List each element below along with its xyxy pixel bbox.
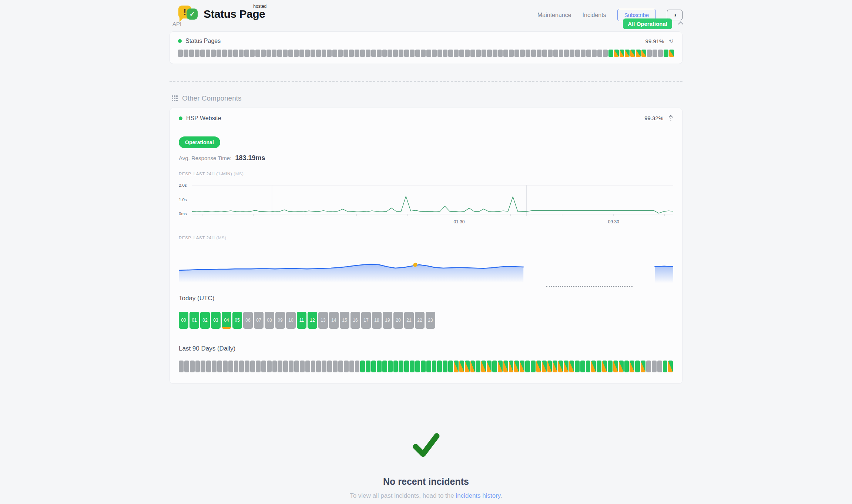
- uptime-bar-no-data[interactable]: [646, 361, 651, 372]
- uptime-bar-operational[interactable]: [432, 361, 437, 372]
- uptime-bar-no-data[interactable]: [255, 50, 260, 57]
- uptime-bar-no-data[interactable]: [355, 50, 359, 57]
- hour-block-12[interactable]: 12: [308, 312, 317, 329]
- hour-block-13[interactable]: 13: [318, 312, 328, 329]
- hour-block-16[interactable]: 16: [350, 312, 360, 329]
- uptime-bar-no-data[interactable]: [184, 361, 189, 372]
- uptime-bar-operational-with-degraded[interactable]: [630, 50, 635, 57]
- uptime-bar-no-data[interactable]: [470, 50, 475, 57]
- uptime-bar-operational-with-degraded[interactable]: [498, 361, 503, 372]
- uptime-bar-operational[interactable]: [360, 361, 365, 372]
- uptime-bar-no-data[interactable]: [658, 50, 663, 57]
- uptime-bar-no-data[interactable]: [564, 50, 569, 57]
- uptime-bar-no-data[interactable]: [647, 50, 652, 57]
- uptime-bar-no-data[interactable]: [509, 50, 514, 57]
- uptime-bar-operational-with-degraded[interactable]: [614, 50, 619, 57]
- uptime-bar-no-data[interactable]: [234, 361, 239, 372]
- uptime-bar-no-data[interactable]: [299, 50, 304, 57]
- chevron-up-icon[interactable]: [678, 21, 683, 26]
- uptime-bar-operational[interactable]: [575, 361, 580, 372]
- uptime-bar-operational-with-degraded[interactable]: [669, 50, 674, 57]
- uptime-bar-operational-with-degraded[interactable]: [619, 361, 624, 372]
- uptime-bar-no-data[interactable]: [399, 50, 403, 57]
- uptime-bar-no-data[interactable]: [311, 50, 315, 57]
- uptime-bar-operational-with-degraded[interactable]: [668, 361, 673, 372]
- uptime-bar-no-data[interactable]: [570, 50, 574, 57]
- uptime-bar-no-data[interactable]: [581, 50, 586, 57]
- uptime-bar-no-data[interactable]: [377, 50, 382, 57]
- uptime-bar-no-data[interactable]: [652, 361, 657, 372]
- uptime-bar-operational-with-degraded[interactable]: [481, 361, 486, 372]
- uptime-bar-operational-with-degraded[interactable]: [470, 361, 475, 372]
- uptime-bar-operational-with-degraded[interactable]: [503, 361, 508, 372]
- uptime-bar-no-data[interactable]: [586, 50, 591, 57]
- uptime-bar-operational-with-degraded[interactable]: [514, 361, 519, 372]
- uptime-bar-no-data[interactable]: [305, 50, 310, 57]
- uptime-bar-no-data[interactable]: [288, 50, 293, 57]
- uptime-bar-no-data[interactable]: [212, 361, 217, 372]
- uptime-bar-operational[interactable]: [624, 361, 629, 372]
- uptime-bar-no-data[interactable]: [537, 50, 541, 57]
- uptime-bar-no-data[interactable]: [184, 50, 188, 57]
- uptime-bar-no-data[interactable]: [514, 50, 519, 57]
- uptime-bar-no-data[interactable]: [415, 50, 420, 57]
- hour-block-01[interactable]: 01: [189, 312, 199, 329]
- uptime-bar-operational[interactable]: [421, 361, 426, 372]
- uptime-bar-no-data[interactable]: [503, 50, 508, 57]
- uptime-bar-no-data[interactable]: [250, 361, 255, 372]
- uptime-bar-no-data[interactable]: [222, 50, 227, 57]
- uptime-bar-no-data[interactable]: [195, 50, 199, 57]
- uptime-bar-no-data[interactable]: [272, 50, 276, 57]
- uptime-bar-no-data[interactable]: [300, 361, 305, 372]
- uptime-bar-no-data[interactable]: [476, 50, 481, 57]
- uptime-bar-no-data[interactable]: [283, 50, 288, 57]
- uptime-bar-no-data[interactable]: [393, 50, 398, 57]
- uptime-bar-no-data[interactable]: [316, 50, 321, 57]
- uptime-bar-no-data[interactable]: [338, 50, 343, 57]
- uptime-bar-no-data[interactable]: [388, 50, 392, 57]
- uptime-bar-operational-with-degraded[interactable]: [536, 361, 541, 372]
- uptime-bar-operational[interactable]: [586, 361, 591, 372]
- hour-block-14[interactable]: 14: [329, 312, 339, 329]
- hour-block-22[interactable]: 22: [415, 312, 425, 329]
- uptime-bar-operational-with-degraded[interactable]: [520, 361, 524, 372]
- uptime-bar-no-data[interactable]: [239, 50, 244, 57]
- uptime-bar-no-data[interactable]: [493, 50, 497, 57]
- incidents-history-link[interactable]: incidents history: [456, 492, 500, 499]
- uptime-bar-operational-with-degraded[interactable]: [454, 361, 459, 372]
- uptime-bar-no-data[interactable]: [278, 361, 282, 372]
- uptime-bar-operational-with-degraded[interactable]: [553, 361, 557, 372]
- hour-block-04[interactable]: 04: [222, 312, 231, 329]
- uptime-bar-operational[interactable]: [382, 361, 387, 372]
- uptime-bar-no-data[interactable]: [228, 361, 233, 372]
- uptime-bar-no-data[interactable]: [245, 361, 249, 372]
- hour-block-07[interactable]: 07: [254, 312, 264, 329]
- uptime-bar-no-data[interactable]: [366, 50, 370, 57]
- uptime-bar-no-data[interactable]: [189, 50, 194, 57]
- uptime-bar-operational-with-degraded[interactable]: [625, 50, 630, 57]
- uptime-bar-no-data[interactable]: [327, 361, 332, 372]
- uptime-bar-operational[interactable]: [404, 361, 409, 372]
- uptime-bar-no-data[interactable]: [294, 361, 299, 372]
- uptime-bar-operational[interactable]: [443, 361, 447, 372]
- uptime-bar-no-data[interactable]: [410, 50, 415, 57]
- uptime-bar-operational-with-degraded[interactable]: [630, 361, 634, 372]
- uptime-bar-operational[interactable]: [608, 361, 613, 372]
- uptime-bar-operational[interactable]: [393, 361, 398, 372]
- uptime-bar-no-data[interactable]: [316, 361, 321, 372]
- uptime-bar-no-data[interactable]: [498, 50, 503, 57]
- uptime-bar-no-data[interactable]: [575, 50, 580, 57]
- uptime-bar-no-data[interactable]: [322, 361, 326, 372]
- uptime-bar-operational[interactable]: [415, 361, 420, 372]
- uptime-bar-operational-with-degraded[interactable]: [613, 361, 618, 372]
- hour-block-00[interactable]: 00: [179, 312, 188, 329]
- uptime-bar-no-data[interactable]: [520, 50, 525, 57]
- hour-block-09[interactable]: 09: [275, 312, 285, 329]
- hour-block-05[interactable]: 05: [232, 312, 242, 329]
- uptime-bar-operational[interactable]: [663, 361, 668, 372]
- uptime-bar-operational-with-degraded[interactable]: [591, 361, 596, 372]
- uptime-bar-no-data[interactable]: [228, 50, 232, 57]
- uptime-bar-no-data[interactable]: [426, 50, 431, 57]
- uptime-bar-no-data[interactable]: [322, 50, 326, 57]
- uptime-bar-operational-with-degraded[interactable]: [569, 361, 574, 372]
